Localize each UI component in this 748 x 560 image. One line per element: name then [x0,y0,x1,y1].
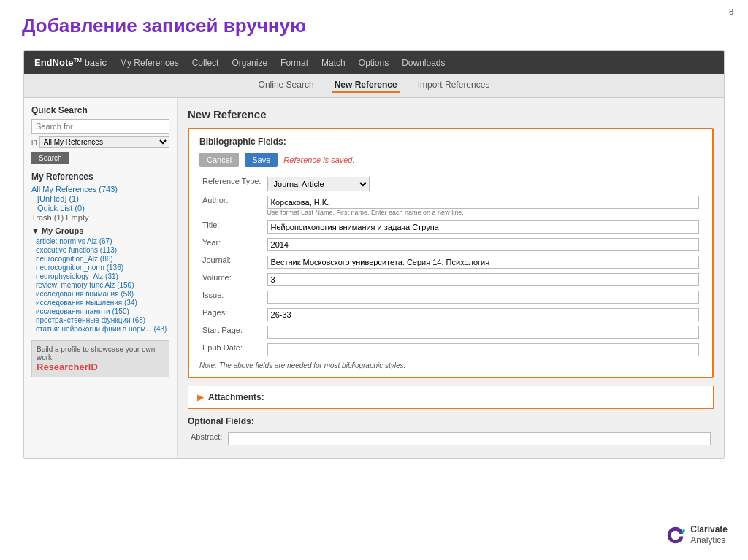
epub-date-label: Epub Date: [199,341,264,358]
group-item[interactable]: article: norm vs Alz (67) [31,237,169,245]
action-row: Cancel Save Reference is saved. [199,153,702,167]
year-input[interactable] [267,238,699,251]
cancel-button[interactable]: Cancel [199,153,239,167]
pages-row: Pages: [199,306,702,323]
group-item[interactable]: статья: нейрокогни фции в норм... (43) [31,325,169,333]
group-item[interactable]: neurocognition_Alz (86) [31,255,169,263]
group-item[interactable]: исследования мышления (34) [31,299,169,307]
my-groups-title: ▼ My Groups [31,226,169,235]
search-in-select[interactable]: All My References [39,136,169,148]
title-label: Title: [199,218,264,236]
issue-row: Issue: [199,288,702,306]
new-reference-title: New Reference [188,108,714,120]
attachments-label: Attachments: [208,392,264,402]
epub-date-input[interactable] [267,343,699,356]
sidebar: Quick Search in All My References Search… [24,98,178,458]
nav-options[interactable]: Options [359,58,389,68]
page-title: Добавление записей вручную [22,15,726,37]
main-content: New Reference Bibliographic Fields: Canc… [178,98,724,458]
pages-label: Pages: [199,306,264,323]
search-button[interactable]: Search [31,152,69,164]
author-row: Author: Use format Last Name, First name… [199,193,702,218]
clarivate-logo: Clarivate Analytics [665,524,728,547]
volume-row: Volume: [199,271,702,288]
my-refs-title: My References [31,172,169,182]
group-item[interactable]: исследования памяти (150) [31,307,169,315]
nav-format[interactable]: Format [280,58,308,68]
attachments-arrow-icon: ▶ [197,392,204,402]
issue-label: Issue: [199,288,264,306]
pages-input[interactable] [267,308,699,321]
sub-nav-online-search[interactable]: Online Search [256,78,317,93]
volume-label: Volume: [199,271,264,288]
quick-search-title: Quick Search [31,105,169,115]
ref-type-label: Reference Type: [199,174,264,193]
ui-frame: EndNoteTM basic My References Collect Or… [23,50,725,459]
nav-my-references[interactable]: My References [120,58,179,68]
content-area: Quick Search in All My References Search… [24,98,724,458]
clarivate-text: Clarivate Analytics [690,524,728,547]
nav-downloads[interactable]: Downloads [402,58,445,68]
attachments-bar[interactable]: ▶ Attachments: [188,386,714,409]
group-item[interactable]: исследования внимания (58) [31,290,169,298]
group-item[interactable]: neurophysiology_Alz (31) [31,272,169,280]
page-wrapper: 8 Добавление записей вручную EndNoteTM b… [0,0,748,560]
form-table: Reference Type: Journal Article Author: [199,174,702,358]
group-item[interactable]: пространственные функции (68) [31,316,169,324]
group-item[interactable]: neurocognition_norm (136) [31,264,169,272]
issue-input[interactable] [267,291,699,304]
epub-date-row: Epub Date: [199,341,702,358]
save-button[interactable]: Save [245,153,278,167]
group-item[interactable]: review: memory func Alz (150) [31,281,169,289]
author-input[interactable] [267,196,699,209]
search-in-label: in [31,138,37,146]
abstract-row: Abstract: [188,430,714,448]
journal-label: Journal: [199,253,264,271]
author-label: Author: [199,193,264,218]
title-row: Title: [199,218,702,236]
trash-item: Trash (1) Empty [31,213,169,222]
title-input[interactable] [267,220,699,234]
nav-brand: EndNoteTM basic [34,57,107,68]
sub-nav-import-references[interactable]: Import References [415,78,493,93]
optional-fields-title: Optional Fields: [188,416,714,426]
volume-input[interactable] [267,273,699,286]
start-page-row: Start Page: [199,323,702,341]
clarivate-icon [665,525,686,545]
start-page-input[interactable] [267,326,699,339]
optional-form-table: Abstract: [188,430,714,448]
search-in-row: in All My References [31,136,169,148]
nav-organize[interactable]: Organize [232,58,267,68]
unfiled-link[interactable]: [Unfiled] (1) [31,194,169,203]
researcher-id[interactable]: ResearcherID [37,361,164,372]
bib-panel: Bibliographic Fields: Cancel Save Refere… [188,128,714,378]
ref-type-select[interactable]: Journal Article [267,177,370,191]
author-field-cell: Use format Last Name, First name. Enter … [264,193,702,218]
ref-type-value: Journal Article [264,174,702,193]
start-page-label: Start Page: [199,323,264,341]
bib-fields-title: Bibliographic Fields: [199,137,702,147]
abstract-input[interactable] [228,432,711,445]
author-hint: Use format Last Name, First name. Enter … [267,209,699,216]
year-row: Year: [199,236,702,253]
nav-bar: EndNoteTM basic My References Collect Or… [24,51,724,74]
journal-input[interactable] [267,256,699,269]
search-input[interactable] [31,119,169,134]
ref-type-row: Reference Type: Journal Article [199,174,702,193]
quick-list-link[interactable]: Quick List (0) [31,204,169,212]
year-label: Year: [199,236,264,253]
researcher-box: Build a profile to showcase your own wor… [31,340,169,377]
all-my-refs-link[interactable]: All My References (743) [31,185,169,193]
abstract-label: Abstract: [188,430,225,448]
note-text: Note: The above fields are needed for mo… [199,361,702,369]
group-item[interactable]: executive functions (113) [31,246,169,254]
nav-collect[interactable]: Collect [192,58,219,68]
journal-row: Journal: [199,253,702,271]
sub-nav-new-reference[interactable]: New Reference [332,78,400,93]
page-number: 8 [729,7,733,16]
sub-nav: Online Search New Reference Import Refer… [24,74,724,98]
researcher-text: Build a profile to showcase your own wor… [37,345,164,361]
nav-match[interactable]: Match [321,58,346,68]
saved-message: Reference is saved. [283,156,354,164]
